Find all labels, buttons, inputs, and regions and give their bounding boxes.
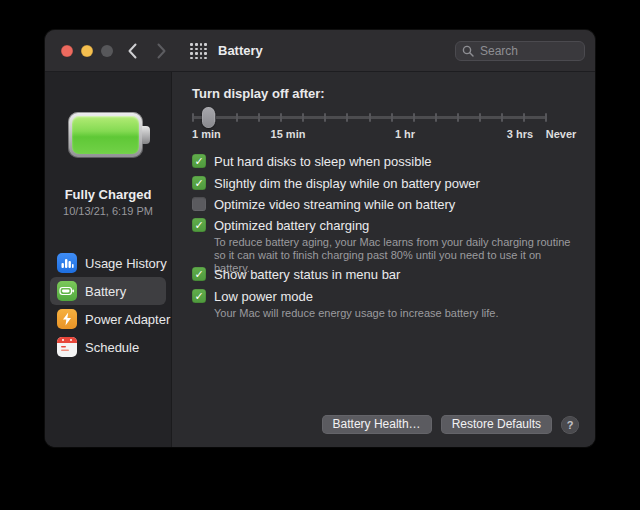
checkbox-row-optimized-charging: Optimized battery charging bbox=[192, 214, 369, 236]
checkbox-video-streaming[interactable] bbox=[192, 197, 206, 211]
zoom-button[interactable] bbox=[101, 45, 113, 57]
footer-buttons: Battery Health… Restore Defaults ? bbox=[322, 415, 579, 434]
page-title: Battery bbox=[218, 43, 263, 58]
checkbox-row-dim-display: Slightly dim the display while on batter… bbox=[192, 172, 480, 194]
display-off-slider[interactable] bbox=[192, 106, 547, 128]
checkbox-label: Low power mode bbox=[214, 289, 313, 304]
search-field bbox=[455, 41, 585, 61]
sidebar-item-label: Battery bbox=[85, 284, 126, 299]
display-off-slider-label: Turn display off after: bbox=[192, 86, 325, 101]
tick-label: 1 min bbox=[192, 128, 221, 140]
titlebar: Battery bbox=[45, 30, 595, 72]
battery-status-title: Fully Charged bbox=[45, 187, 171, 202]
bar-chart-icon bbox=[57, 253, 77, 273]
checkbox-menu-bar-status[interactable] bbox=[192, 267, 206, 281]
minimize-button[interactable] bbox=[81, 45, 93, 57]
low-power-mode-description: Your Mac will reduce energy usage to inc… bbox=[214, 307, 580, 320]
battery-status-date: 10/13/21, 6:19 PM bbox=[45, 205, 171, 217]
chevron-right-icon bbox=[159, 45, 165, 58]
sidebar-item-label: Usage History bbox=[85, 256, 167, 271]
battery-status-image bbox=[68, 112, 150, 158]
checkbox-label: Optimize video streaming while on batter… bbox=[214, 197, 455, 212]
battery-health-button[interactable]: Battery Health… bbox=[322, 415, 432, 434]
back-button[interactable] bbox=[127, 43, 137, 59]
checkbox-row-hard-disks: Put hard disks to sleep when possible bbox=[192, 150, 432, 172]
sidebar-item-battery[interactable]: Battery bbox=[50, 277, 166, 305]
sidebar-item-power-adapter[interactable]: Power Adapter bbox=[50, 305, 166, 333]
battery-pane-content: Turn display off after: 1 min 15 min 1 h… bbox=[173, 72, 595, 447]
checkbox-optimized-charging[interactable] bbox=[192, 218, 206, 232]
sidebar-item-label: Power Adapter bbox=[85, 312, 170, 327]
tick-label: Never bbox=[546, 128, 577, 140]
desktop-background: Battery Fully Charged 10/13/21, 6:19 PM bbox=[0, 0, 640, 510]
checkbox-label: Show battery status in menu bar bbox=[214, 267, 400, 282]
checkbox-row-low-power-mode: Low power mode bbox=[192, 285, 313, 307]
traffic-lights bbox=[61, 45, 113, 57]
checkbox-low-power-mode[interactable] bbox=[192, 289, 206, 303]
slider-ticks bbox=[192, 113, 547, 122]
forward-button[interactable] bbox=[157, 43, 167, 59]
show-all-grid-icon[interactable] bbox=[190, 43, 207, 59]
battery-preferences-window: Battery Fully Charged 10/13/21, 6:19 PM bbox=[45, 30, 595, 447]
sidebar: Fully Charged 10/13/21, 6:19 PM Usage Hi… bbox=[45, 72, 172, 447]
close-button[interactable] bbox=[61, 45, 73, 57]
slider-thumb[interactable] bbox=[202, 107, 215, 128]
checkbox-label: Put hard disks to sleep when possible bbox=[214, 154, 432, 169]
restore-defaults-button[interactable]: Restore Defaults bbox=[441, 415, 552, 434]
checkbox-hard-disks[interactable] bbox=[192, 154, 206, 168]
help-button[interactable]: ? bbox=[561, 416, 579, 434]
battery-icon bbox=[57, 281, 77, 301]
checkbox-label: Optimized battery charging bbox=[214, 218, 369, 233]
tick-label: 1 hr bbox=[395, 128, 415, 140]
lightning-bolt-icon bbox=[57, 309, 77, 329]
sidebar-item-schedule[interactable]: Schedule bbox=[50, 333, 166, 361]
calendar-icon bbox=[57, 337, 77, 357]
slider-tick-labels: 1 min 15 min 1 hr 3 hrs Never bbox=[192, 128, 582, 142]
checkbox-row-menu-bar-status: Show battery status in menu bar bbox=[192, 263, 400, 285]
search-input[interactable] bbox=[455, 41, 585, 61]
checkbox-dim-display[interactable] bbox=[192, 176, 206, 190]
search-icon bbox=[462, 45, 474, 57]
sidebar-item-usage-history[interactable]: Usage History bbox=[50, 249, 166, 277]
checkbox-label: Slightly dim the display while on batter… bbox=[214, 176, 480, 191]
chevron-left-icon bbox=[130, 45, 136, 58]
tick-label: 3 hrs bbox=[507, 128, 533, 140]
sidebar-item-label: Schedule bbox=[85, 340, 139, 355]
checkbox-row-video-streaming: Optimize video streaming while on batter… bbox=[192, 193, 455, 215]
tick-label: 15 min bbox=[271, 128, 306, 140]
sidebar-list: Usage History Battery bbox=[45, 249, 171, 361]
